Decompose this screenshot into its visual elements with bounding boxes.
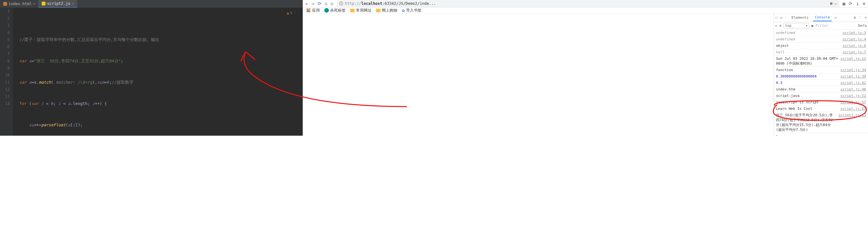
download-icon[interactable]: ⤓ (856, 1, 860, 6)
inspection-hint[interactable]: ▲6ˆ ˇ (287, 10, 300, 17)
console-message: index.htm (776, 87, 839, 92)
console-message: object (776, 43, 841, 48)
console-source-link[interactable]: script.js:4 (842, 37, 866, 42)
editor-tabs: index.html × script2.js × (0, 0, 303, 8)
code-line[interactable]: var s="张三 56分,李四74分,王五92分,赵六84分"; (20, 58, 303, 65)
forward-icon[interactable]: → (311, 1, 314, 6)
tab-index-html[interactable]: index.html × (0, 0, 38, 7)
context-selector[interactable]: top▾ (783, 23, 809, 28)
console-row[interactable]: Sun Jul 03 2022 16:30:04 GMT+0800 (中国标准时… (774, 56, 868, 67)
minimap[interactable] (299, 8, 303, 136)
bookmark-kill[interactable]: 杀死标签 (324, 8, 346, 13)
line-number: 12 (0, 86, 10, 93)
code-line[interactable]: var a=s.match( matcher: /\d+/g),sum=0;//… (20, 79, 303, 86)
screenshot-icon[interactable]: ⟳ (848, 1, 852, 6)
console-message: 张三 56分(低于平均分20.5分),李四74分(低于平均分2.5分),王五92… (776, 113, 836, 132)
device-icon[interactable]: ▭ (780, 16, 782, 20)
inspect-icon[interactable]: ⬚ (775, 16, 778, 20)
line-number: 14 (0, 100, 10, 107)
console-source-link[interactable]: script.js:57 (841, 100, 866, 104)
console-source-link[interactable]: script.js:48 (841, 87, 866, 92)
console-source-link[interactable]: script.js:39 (841, 74, 866, 79)
kebab-icon[interactable]: ⋮ (858, 16, 862, 20)
console-source-link[interactable]: script.js:7 (842, 50, 866, 55)
address-bar[interactable]: ⓘ http://localhost:63342/JS/Demo2/inde..… (337, 0, 839, 7)
bookmark-label: 导入书签 (406, 8, 422, 13)
code-line[interactable]: for (var i = 0; i < a.length; i++) { (20, 100, 303, 107)
info-icon[interactable]: ⓘ (339, 1, 343, 6)
sidebar-toggle-icon[interactable]: ▸ (775, 24, 778, 28)
console-row[interactable]: Learn Web Is Coolscript.js:67 (774, 106, 868, 112)
console-source-link[interactable]: script.js:34 (841, 67, 866, 72)
console-output[interactable]: undefinedscript.js:3undefinedscript.js:4… (774, 30, 868, 136)
browser-pane: ← → ⟳ ⌂ ◇ ⓘ http://localhost:63342/JS/De… (303, 0, 868, 136)
close-icon[interactable]: × (72, 1, 74, 6)
chevron-down-icon: ▾ (806, 24, 808, 28)
console-source-link[interactable]: script.js:11 (841, 56, 866, 66)
console-row[interactable]: functionscript.js:34 (774, 67, 868, 73)
console-source-link[interactable]: script.js:3 (842, 30, 866, 35)
line-number: 3 (0, 22, 10, 29)
editor-pane: index.html × script2.js × 1 2 3 4 5 6 7 … (0, 0, 303, 136)
console-row[interactable]: index.htmscript.js:48 (774, 86, 868, 93)
console-message: javascript is script (776, 100, 839, 104)
console-source-link[interactable]: script.js:52 (841, 93, 866, 98)
console-row[interactable]: javascript is scriptscript.js:57 (774, 99, 868, 106)
console-row[interactable]: 0.3script.js:42 (774, 80, 868, 86)
console-message: 0.3 (776, 81, 839, 85)
bookmark-apps[interactable]: 应用 (306, 8, 320, 13)
console-prompt[interactable]: > (774, 133, 868, 136)
browser-toolbar: ← → ⟳ ⌂ ◇ ⓘ http://localhost:63342/JS/De… (303, 0, 868, 7)
console-row[interactable]: objectscript.js:6 (774, 42, 868, 49)
console-row[interactable]: undefinedscript.js:3 (774, 30, 868, 36)
star-icon[interactable]: ☆ (834, 1, 837, 6)
console-message: script-java (776, 93, 839, 98)
code-line[interactable]: sum+=parseFloat(a[i]); (20, 121, 303, 128)
line-number: 7 (0, 50, 10, 58)
levels-label[interactable]: Defa (858, 24, 867, 28)
warning-icon: ▲ (287, 10, 289, 17)
bookmark-common[interactable]: 常用网址 (350, 8, 371, 13)
url-text: http://localhost:63342/JS/Demo2/inde... (345, 1, 436, 6)
eye-icon[interactable]: ◉ (811, 24, 813, 28)
line-number: 10 (0, 72, 10, 79)
clear-icon[interactable]: ⊘ (779, 24, 782, 28)
bookmarks-bar: 应用 杀死标签 常用网址 网上购物 ✿导入书签 (303, 7, 868, 13)
html-file-icon (3, 2, 7, 6)
tab-script2-js[interactable]: script2.js × (38, 0, 77, 8)
extension-icon[interactable]: ▦ (842, 1, 845, 6)
reload-icon[interactable]: ⟳ (317, 1, 321, 6)
code-lines[interactable]: ▲6ˆ ˇ //栗子：提取字符串中的分数,汇总后算出平均分,并与每个分数比较。输… (13, 8, 303, 136)
shield-icon[interactable]: ◇ (331, 1, 333, 6)
settings-icon[interactable]: ⚙ (854, 16, 856, 20)
console-source-link[interactable]: script.js:42 (841, 81, 866, 85)
filter-input[interactable]: Filter (815, 24, 856, 28)
tab-console[interactable]: Console (813, 14, 832, 21)
console-message: Learn Web Is Cool (776, 106, 839, 111)
close-devtools-icon[interactable]: × (864, 16, 867, 20)
page-content (303, 13, 774, 136)
kill-icon (324, 8, 329, 12)
tab-elements[interactable]: Elements (789, 14, 810, 21)
more-tabs-icon[interactable]: » (834, 16, 837, 20)
console-source-link[interactable]: script2.js:13 (838, 113, 866, 132)
bookmark-shop[interactable]: 网上购物 (376, 8, 397, 13)
bookmark-import[interactable]: ✿导入书签 (402, 7, 422, 13)
console-source-link[interactable]: script.js:6 (842, 43, 866, 48)
console-source-link[interactable]: script.js:67 (841, 106, 866, 111)
console-message: 0.30000000000000004 (776, 74, 839, 79)
code-line[interactable]: //栗子：提取字符串中的分数,汇总后算出平均分,并与每个分数比较。输出 (20, 36, 303, 43)
console-row[interactable]: script-javascript.js:52 (774, 93, 868, 99)
console-row[interactable]: undefinedscript.js:4 (774, 36, 868, 42)
console-row[interactable]: nullscript.js:7 (774, 49, 868, 56)
bookmark-label: 网上购物 (382, 8, 397, 13)
back-icon[interactable]: ← (306, 1, 308, 6)
close-icon[interactable]: × (33, 2, 35, 6)
console-row[interactable]: 0.30000000000000004script.js:39 (774, 73, 868, 80)
menu-icon[interactable]: ≡ (863, 1, 865, 6)
translate-icon[interactable]: ⊠ (830, 1, 833, 6)
home-icon[interactable]: ⌂ (324, 1, 327, 6)
code-area[interactable]: 1 2 3 4 5 6 7 8 9 10 11 12 13 14 ▲6ˆ ˇ /… (0, 8, 303, 136)
console-row[interactable]: 张三 56分(低于平均分20.5分),李四74分(低于平均分2.5分),王五92… (774, 112, 868, 133)
js-file-icon (42, 2, 45, 5)
